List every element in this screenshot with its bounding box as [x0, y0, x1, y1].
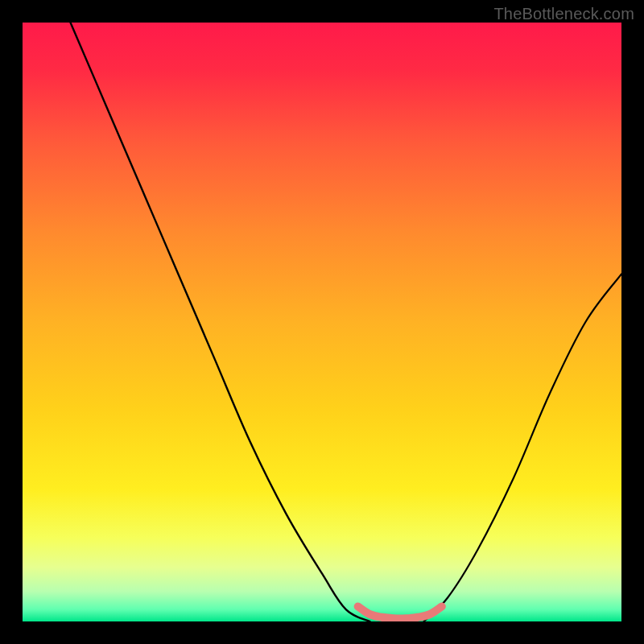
watermark-text: TheBottleneck.com — [493, 5, 634, 23]
right-branch-curve — [423, 274, 621, 621]
curve-layer — [23, 23, 621, 621]
outer-frame: TheBottleneck.com — [0, 0, 644, 644]
plot-area — [23, 23, 621, 621]
left-branch-curve — [71, 23, 370, 621]
bottom-accent-curve — [358, 606, 442, 618]
